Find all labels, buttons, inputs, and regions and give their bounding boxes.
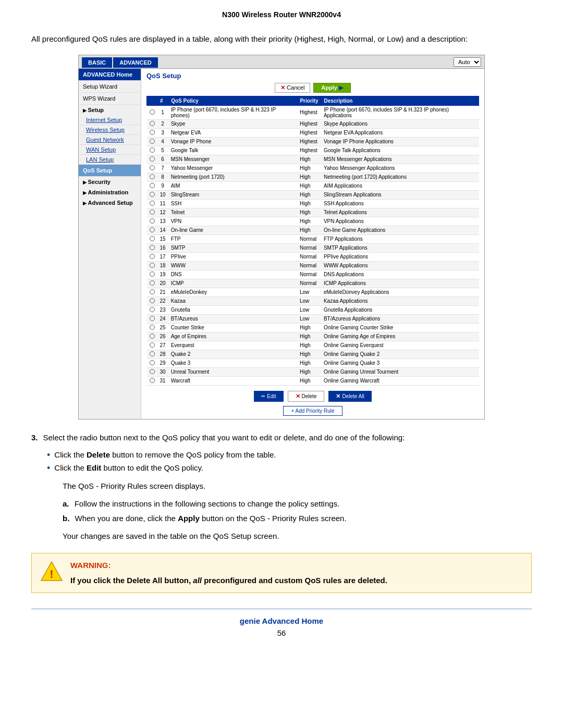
- radio-button[interactable]: [150, 236, 155, 241]
- sidebar-item-guest-network[interactable]: Guest Network: [79, 135, 141, 145]
- step-3: 3. Select the radio button next to the Q…: [31, 432, 532, 444]
- radio-button[interactable]: [150, 183, 155, 188]
- sidebar-item-internet-setup[interactable]: Internet Setup: [79, 115, 141, 125]
- table-cell-num: 21: [157, 288, 168, 297]
- table-cell-radio[interactable]: [147, 146, 157, 155]
- table-cell-radio[interactable]: [147, 341, 157, 350]
- radio-button[interactable]: [150, 165, 155, 170]
- sidebar-section-administration[interactable]: Administration: [79, 187, 141, 198]
- table-cell-radio[interactable]: [147, 155, 157, 164]
- edit-button[interactable]: ✏ Edit: [254, 391, 283, 402]
- table-cell-radio[interactable]: [147, 235, 157, 243]
- table-cell-priority: High: [297, 208, 321, 217]
- table-cell-num: 10: [157, 190, 168, 199]
- radio-button[interactable]: [150, 192, 155, 197]
- radio-button[interactable]: [150, 272, 155, 277]
- table-cell-radio[interactable]: [147, 199, 157, 208]
- radio-button[interactable]: [150, 109, 155, 115]
- sidebar-section-advanced-setup[interactable]: Advanced Setup: [79, 198, 141, 208]
- radio-button[interactable]: [150, 378, 155, 383]
- table-cell-radio[interactable]: [147, 279, 157, 288]
- table-cell-radio[interactable]: [147, 226, 157, 235]
- radio-button[interactable]: [150, 342, 155, 348]
- radio-button[interactable]: [150, 316, 155, 321]
- table-cell-radio[interactable]: [147, 261, 157, 270]
- delete-all-button[interactable]: ✕ Delete All: [328, 391, 371, 402]
- table-cell-radio[interactable]: [147, 297, 157, 305]
- table-cell-radio[interactable]: [147, 208, 157, 217]
- radio-button[interactable]: [150, 121, 155, 126]
- table-cell-radio[interactable]: [147, 314, 157, 323]
- table-cell-radio[interactable]: [147, 323, 157, 332]
- sidebar-item-setup-wizard[interactable]: Setup Wizard: [79, 81, 141, 93]
- svg-text:!: !: [50, 567, 53, 581]
- radio-button[interactable]: [150, 156, 155, 162]
- radio-button[interactable]: [150, 130, 155, 135]
- radio-button[interactable]: [150, 325, 155, 330]
- table-cell-radio[interactable]: [147, 243, 157, 252]
- radio-button[interactable]: [150, 147, 155, 153]
- radio-button[interactable]: [150, 254, 155, 259]
- radio-button[interactable]: [150, 280, 155, 286]
- sidebar-section-setup[interactable]: Setup: [79, 105, 141, 115]
- radio-button[interactable]: [150, 174, 155, 179]
- table-cell-num: 2: [157, 119, 168, 128]
- qos-table: # QoS Policy Priority Description 1 IP P…: [146, 96, 479, 386]
- radio-button[interactable]: [150, 289, 155, 294]
- tab-basic[interactable]: BASIC: [82, 57, 112, 68]
- table-cell-radio[interactable]: [147, 217, 157, 226]
- table-cell-radio[interactable]: [147, 137, 157, 146]
- table-row: 8 Netmeeting (port 1720) High Netmeeting…: [147, 172, 479, 181]
- radio-button[interactable]: [150, 334, 155, 339]
- sidebar-item-wan-setup[interactable]: WAN Setup: [79, 145, 141, 155]
- radio-button[interactable]: [150, 263, 155, 268]
- table-cell-radio[interactable]: [147, 359, 157, 367]
- table-cell-radio[interactable]: [147, 128, 157, 137]
- radio-button[interactable]: [150, 245, 155, 250]
- table-cell-radio[interactable]: [147, 181, 157, 190]
- apply-button[interactable]: Apply ▶: [313, 83, 351, 93]
- table-cell-radio[interactable]: [147, 305, 157, 314]
- radio-button[interactable]: [150, 351, 155, 356]
- sidebar-item-qos-setup[interactable]: QoS Setup: [79, 165, 141, 177]
- add-priority-button[interactable]: + Add Priority Rule: [283, 406, 342, 416]
- table-cell-radio[interactable]: [147, 172, 157, 181]
- radio-button[interactable]: [150, 298, 155, 303]
- footer-link[interactable]: genie Advanced Home: [31, 616, 532, 625]
- table-cell-radio[interactable]: [147, 105, 157, 119]
- sidebar-section-security[interactable]: Security: [79, 177, 141, 187]
- radio-button[interactable]: [150, 227, 155, 232]
- table-cell-num: 18: [157, 261, 168, 270]
- sidebar-item-wps-wizard[interactable]: WPS Wizard: [79, 93, 141, 105]
- sub-intro: The QoS - Priority Rules screen displays…: [63, 480, 532, 492]
- table-cell-radio[interactable]: [147, 164, 157, 172]
- radio-button[interactable]: [150, 360, 155, 365]
- table-cell-radio[interactable]: [147, 376, 157, 385]
- table-cell-description: BT/Azureus Applications: [321, 314, 479, 323]
- sidebar-item-advanced-home[interactable]: ADVANCED Home: [79, 69, 141, 81]
- table-cell-radio[interactable]: [147, 350, 157, 359]
- radio-button[interactable]: [150, 201, 155, 206]
- table-cell-priority: Normal: [297, 243, 321, 252]
- table-cell-radio[interactable]: [147, 367, 157, 376]
- sidebar-item-lan-setup[interactable]: LAN Setup: [79, 155, 141, 165]
- radio-button[interactable]: [150, 139, 155, 144]
- sidebar-item-wireless-setup[interactable]: Wireless Setup: [79, 125, 141, 135]
- radio-button[interactable]: [150, 218, 155, 224]
- radio-button[interactable]: [150, 307, 155, 312]
- table-cell-radio[interactable]: [147, 270, 157, 279]
- table-cell-radio[interactable]: [147, 190, 157, 199]
- delete-button[interactable]: ✕ Delete: [288, 391, 325, 402]
- radio-button[interactable]: [150, 369, 155, 374]
- table-cell-radio[interactable]: [147, 252, 157, 261]
- table-cell-radio[interactable]: [147, 332, 157, 341]
- cancel-button[interactable]: ✕ Cancel: [275, 83, 310, 93]
- table-cell-radio[interactable]: [147, 288, 157, 297]
- action-bar: ✕ Cancel Apply ▶: [146, 83, 479, 93]
- table-cell-num: 6: [157, 155, 168, 164]
- radio-button[interactable]: [150, 209, 155, 215]
- tab-advanced[interactable]: ADVANCED: [113, 57, 158, 68]
- table-cell-radio[interactable]: [147, 119, 157, 128]
- auto-select[interactable]: Auto: [454, 57, 481, 67]
- table-cell-description: DNS Applications: [321, 270, 479, 279]
